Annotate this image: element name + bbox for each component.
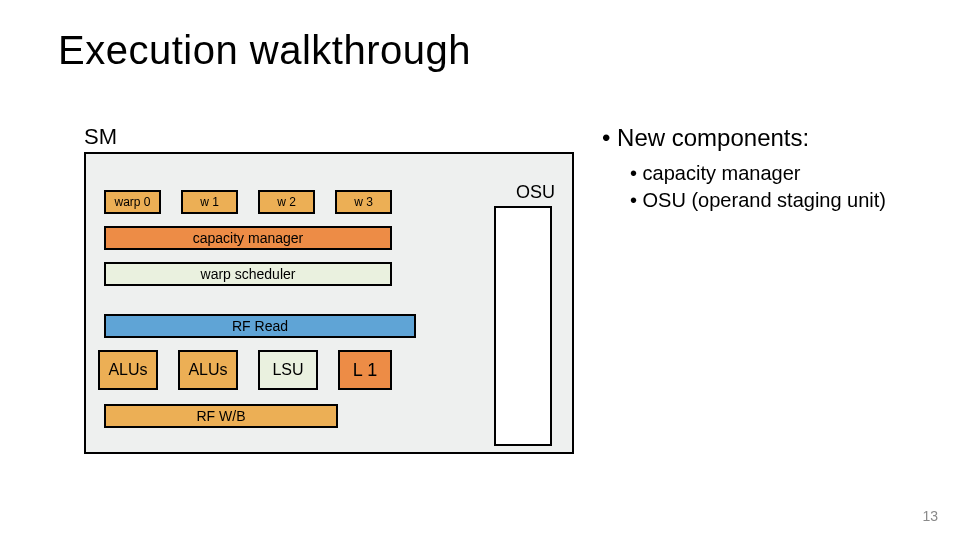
warp-3: w 3 bbox=[335, 190, 392, 214]
slide: Execution walkthrough SM warp 0 w 1 w 2 … bbox=[0, 0, 960, 540]
osu-block bbox=[494, 206, 552, 446]
warp-0: warp 0 bbox=[104, 190, 161, 214]
capacity-manager-block: capacity manager bbox=[104, 226, 392, 250]
sm-container: warp 0 w 1 w 2 w 3 capacity manager warp… bbox=[84, 152, 574, 454]
warp-2: w 2 bbox=[258, 190, 315, 214]
sm-label: SM bbox=[84, 124, 117, 150]
warp-1: w 1 bbox=[181, 190, 238, 214]
alu-block-1: ALUs bbox=[98, 350, 158, 390]
bullet-main: New components: bbox=[602, 124, 942, 152]
bullet-sub-1: capacity manager bbox=[630, 160, 942, 187]
lsu-block: LSU bbox=[258, 350, 318, 390]
bullet-sub-2: OSU (operand staging unit) bbox=[630, 187, 942, 214]
osu-label: OSU bbox=[516, 182, 555, 203]
alu-block-2: ALUs bbox=[178, 350, 238, 390]
warp-row: warp 0 w 1 w 2 w 3 bbox=[104, 190, 392, 214]
page-number: 13 bbox=[922, 508, 938, 524]
rf-read-block: RF Read bbox=[104, 314, 416, 338]
slide-title: Execution walkthrough bbox=[58, 28, 471, 73]
bullet-list: New components: capacity manager OSU (op… bbox=[602, 124, 942, 214]
exec-units-row: ALUs ALUs LSU L 1 bbox=[98, 350, 392, 390]
l1-block: L 1 bbox=[338, 350, 392, 390]
warp-scheduler-block: warp scheduler bbox=[104, 262, 392, 286]
rf-wb-block: RF W/B bbox=[104, 404, 338, 428]
